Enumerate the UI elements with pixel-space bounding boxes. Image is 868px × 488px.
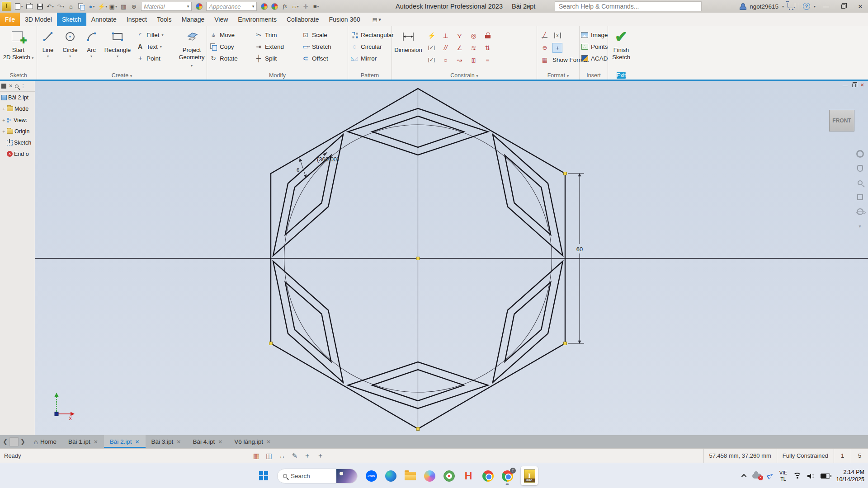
copy-screen-icon[interactable] xyxy=(77,1,86,11)
start-2d-sketch-button[interactable]: ✚ Start2D Sketch ▾ xyxy=(3,26,34,71)
tab-manage[interactable]: Manage xyxy=(177,13,210,26)
tab-collaborate[interactable]: Collaborate xyxy=(282,13,324,26)
save-icon[interactable] xyxy=(35,1,44,11)
dimension-display-icon[interactable]: ↔ xyxy=(278,452,285,460)
close-button[interactable]: ✕ xyxy=(854,0,867,12)
diamond-upper-left[interactable] xyxy=(253,123,363,267)
line-button[interactable]: Line▾ xyxy=(37,26,59,71)
tangent-constraint-icon[interactable]: ⋎ xyxy=(453,29,467,42)
taskbar-search-input[interactable]: Search xyxy=(277,469,358,483)
snap-grid-icon[interactable]: ▦ xyxy=(253,452,259,460)
arc-button[interactable]: Arc▾ xyxy=(81,26,101,71)
diamond-lower-left[interactable] xyxy=(253,249,363,394)
origin-point[interactable] xyxy=(55,412,58,416)
ribbon-collapse-icon[interactable]: ▤▾ xyxy=(373,13,381,26)
material-sphere-icon[interactable]: ⊛ xyxy=(129,1,138,11)
zalo-app-icon[interactable]: Zalo xyxy=(365,470,377,482)
offset-button[interactable]: ⊂Offset xyxy=(299,52,346,64)
red-h-app-icon[interactable]: H xyxy=(462,470,474,482)
overflow-menu-icon[interactable]: ≡▾ xyxy=(311,1,321,11)
tab-annotate[interactable]: Annotate xyxy=(86,13,122,26)
help-search-input[interactable]: Search Help & Commands... xyxy=(555,1,702,11)
dimension-angle[interactable]: (360.00) xyxy=(317,152,339,163)
sketch-point-lower-left[interactable] xyxy=(269,342,273,345)
tab-inspect[interactable]: Inspect xyxy=(122,13,152,26)
appearance-combo[interactable]: Appearance▾ xyxy=(206,2,257,11)
browser-search-icon[interactable] xyxy=(15,84,19,88)
rectangular-pattern-button[interactable]: Rectangular xyxy=(348,29,392,41)
browser-model-icon[interactable] xyxy=(1,84,6,89)
scale-button[interactable]: ⊡Scale xyxy=(299,29,346,41)
origin-indicator-icon[interactable]: ＋ xyxy=(317,451,324,460)
capture-icon[interactable]: ▣▾ xyxy=(108,1,118,11)
navigation-wheel-icon[interactable] xyxy=(855,149,864,158)
vertical-constraint-icon[interactable]: ⇅ xyxy=(481,42,495,54)
undo-icon[interactable]: ↶▾ xyxy=(46,1,55,11)
user-avatar-icon[interactable] xyxy=(739,3,746,10)
appearance-add-icon[interactable] xyxy=(259,1,269,11)
windows-start-button[interactable] xyxy=(258,470,269,482)
browser-close-icon[interactable]: ✕ xyxy=(9,83,13,89)
constraint-settings-icon[interactable]: [✓] xyxy=(425,42,439,54)
panel-label-constrain[interactable]: Constrain ▾ xyxy=(392,72,537,79)
orbit-icon[interactable] xyxy=(855,207,864,216)
close-tab-icon[interactable]: ✕ xyxy=(176,439,181,445)
panel-label-create[interactable]: Create ▾ xyxy=(37,72,207,79)
horizontal-constraint-icon[interactable]: ↝ xyxy=(453,54,467,66)
close-tab-icon[interactable]: ✕ xyxy=(266,439,271,445)
doc-close-icon[interactable]: ✕ xyxy=(860,82,864,88)
wifi-icon[interactable] xyxy=(793,473,802,479)
minimize-button[interactable]: — xyxy=(819,0,833,12)
browser-item-sketch[interactable]: Sketch xyxy=(0,137,35,148)
doc-tab-home[interactable]: ⌂ Home xyxy=(28,435,62,448)
expand-icon[interactable]: ＋ xyxy=(1,128,5,135)
quick-input-icon[interactable]: ⚡▾ xyxy=(98,1,107,11)
user-menu-caret-icon[interactable]: ▾ xyxy=(782,5,784,9)
acad-button[interactable]: ACAD xyxy=(580,52,608,64)
render-orb-icon[interactable]: ●▾ xyxy=(87,1,96,11)
equal-constraint-icon[interactable]: = xyxy=(481,54,495,66)
copy-button[interactable]: Copy xyxy=(207,41,252,52)
title-expander-icon[interactable]: ▶ xyxy=(527,4,530,9)
tab-file[interactable]: File xyxy=(0,13,20,26)
doc-tab-bai3[interactable]: Bài 3.ipt✕ xyxy=(146,435,187,448)
doc-restore-icon[interactable] xyxy=(852,84,856,87)
close-tab-icon[interactable]: ✕ xyxy=(135,439,140,445)
symmetric-constraint-icon[interactable]: ≋ xyxy=(467,42,481,54)
doc-tab-bai4[interactable]: Bài 4.ipt✕ xyxy=(187,435,228,448)
sketch-point-upper-right[interactable] xyxy=(564,172,567,175)
close-tab-icon[interactable]: ✕ xyxy=(94,439,98,445)
collinear-constraint-icon[interactable]: ∠ xyxy=(453,42,467,54)
material-combo[interactable]: Material▾ xyxy=(141,2,192,11)
graphics-window[interactable]: — ✕ FRONT ▾ xyxy=(35,81,868,435)
coccoc-app-icon[interactable] xyxy=(443,470,455,482)
doc-minimize-icon[interactable]: — xyxy=(843,83,848,88)
tab-tools[interactable]: Tools xyxy=(152,13,177,26)
rotate-button[interactable]: ↻Rotate xyxy=(207,52,252,64)
restore-button[interactable] xyxy=(836,0,850,12)
look-at-icon[interactable] xyxy=(855,192,864,202)
fillet-button[interactable]: ◜Fillet▾ xyxy=(134,29,177,41)
browser-item-model[interactable]: ＋ Mode xyxy=(0,103,35,114)
construction-icon[interactable] xyxy=(540,31,550,41)
circle-button[interactable]: Circle▾ xyxy=(59,26,81,71)
dimension-60-text[interactable]: 60 xyxy=(576,246,583,253)
sketch-point-bottom[interactable] xyxy=(416,427,420,431)
redo-icon[interactable]: ↷▾ xyxy=(56,1,65,11)
view-cube[interactable]: FRONT xyxy=(829,110,854,131)
browser-item-end-of-part[interactable]: ✕ End o xyxy=(0,148,35,160)
diamond-upper-right[interactable] xyxy=(472,123,583,267)
chrome-profile-app-icon[interactable]: T xyxy=(501,470,513,482)
tab-environments[interactable]: Environments xyxy=(233,13,282,26)
connect-icon[interactable]: ▥ xyxy=(119,1,128,11)
midpoint-constraint-icon[interactable]: [|] xyxy=(467,54,481,66)
rectangle-button[interactable]: Rectangle▾ xyxy=(101,26,134,71)
add-icon[interactable]: ✚ xyxy=(301,1,310,11)
precise-input-icon[interactable]: ＋ xyxy=(304,451,311,460)
open-file-icon[interactable] xyxy=(25,1,34,11)
trim-button[interactable]: ✂Trim xyxy=(252,29,299,41)
split-button[interactable]: ┼Split xyxy=(252,52,299,64)
appearance-clear-icon[interactable] xyxy=(270,1,279,11)
sketch-edit-icon[interactable]: ✎ xyxy=(292,452,297,460)
username[interactable]: ngot29615 xyxy=(750,3,778,10)
